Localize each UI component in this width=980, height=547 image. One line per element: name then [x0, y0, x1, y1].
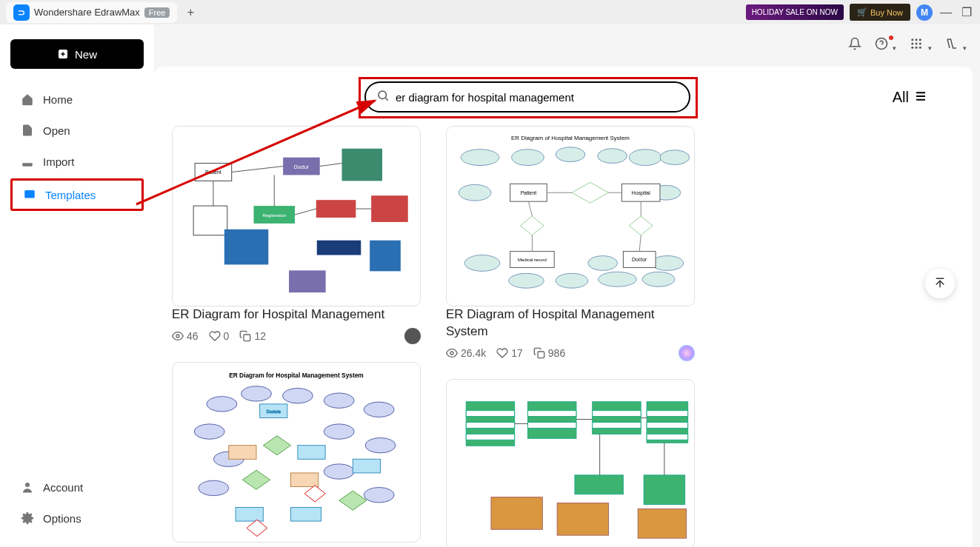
- filter-all[interactable]: All: [893, 89, 928, 106]
- svg-rect-55: [291, 507, 321, 521]
- svg-point-70: [660, 150, 690, 165]
- new-button[interactable]: New: [10, 39, 144, 69]
- views-count: 46: [172, 330, 199, 342]
- svg-marker-88: [572, 182, 609, 203]
- templates-panel: All Patient Doctor Registration: [154, 67, 973, 547]
- svg-point-66: [512, 150, 544, 166]
- svg-rect-60: [229, 446, 256, 460]
- svg-rect-111: [593, 422, 641, 428]
- appearance-icon[interactable]: ▾: [945, 37, 967, 53]
- svg-rect-110: [593, 411, 641, 417]
- cart-icon: 🛒: [857, 7, 867, 17]
- svg-point-42: [324, 393, 354, 408]
- sidebar-item-home[interactable]: Home: [10, 85, 144, 113]
- svg-point-41: [282, 388, 313, 403]
- titlebar: ⊃ Wondershare EdrawMax Free + HOLIDAY SA…: [0, 0, 980, 24]
- svg-point-5: [916, 43, 918, 45]
- app-tab[interactable]: ⊃ Wondershare EdrawMax Free: [6, 2, 177, 23]
- app-title: Wondershare EdrawMax: [34, 7, 140, 18]
- svg-text:Patient: Patient: [205, 170, 221, 175]
- template-card[interactable]: ER Diagram of Hospital Management System…: [446, 126, 695, 361]
- svg-point-44: [194, 424, 224, 439]
- svg-point-15: [379, 91, 387, 99]
- buy-now-button[interactable]: 🛒 Buy Now: [850, 4, 910, 21]
- copies-count: 986: [533, 347, 565, 359]
- diagram-preview: [447, 380, 694, 547]
- svg-rect-116: [557, 503, 608, 535]
- scroll-to-top-button[interactable]: [925, 269, 955, 298]
- svg-rect-28: [370, 241, 401, 272]
- svg-rect-98: [538, 352, 544, 358]
- holiday-sale-button[interactable]: HOLIDAY SALE ON NOW: [746, 4, 844, 20]
- svg-text:Medical record: Medical record: [518, 258, 547, 262]
- minimize-button[interactable]: —: [939, 5, 953, 20]
- sidebar-item-account[interactable]: Account: [10, 473, 144, 501]
- copies-count: 12: [239, 330, 266, 342]
- svg-point-69: [629, 150, 661, 166]
- top-toolbar: ▾ ▾ ▾: [848, 37, 967, 53]
- home-icon: [21, 93, 34, 106]
- svg-rect-112: [647, 411, 688, 417]
- svg-marker-62: [304, 486, 325, 502]
- sidebar-item-import[interactable]: Import: [10, 147, 144, 175]
- author-avatar[interactable]: [679, 345, 695, 361]
- svg-point-78: [588, 256, 618, 271]
- template-card[interactable]: Patient Doctor Registration: [172, 126, 421, 344]
- svg-rect-114: [647, 434, 688, 440]
- svg-text:ER Diagram for Hospital Manage: ER Diagram for Hospital Management Syste…: [229, 372, 364, 379]
- search-box[interactable]: [364, 81, 690, 113]
- sidebar-item-options[interactable]: Options: [10, 504, 144, 532]
- svg-text:Doctor: Doctor: [294, 164, 310, 170]
- svg-line-34: [295, 209, 316, 215]
- diagram-preview: Patient Doctor Registration: [173, 127, 420, 306]
- svg-text:Patient: Patient: [521, 190, 537, 195]
- diagram-preview: ER Diagram of Hospital Management System…: [447, 127, 694, 306]
- import-icon: [21, 155, 34, 168]
- svg-marker-58: [242, 470, 270, 489]
- svg-rect-24: [371, 195, 408, 222]
- notifications-icon[interactable]: [848, 37, 861, 53]
- sidebar-item-templates[interactable]: Templates: [10, 178, 144, 211]
- svg-point-48: [199, 480, 229, 495]
- diagram-preview: ER Diagram for Hospital Management Syste…: [173, 363, 420, 542]
- svg-marker-89: [521, 216, 544, 235]
- search-icon: [376, 89, 390, 105]
- svg-rect-29: [289, 270, 326, 292]
- svg-rect-108: [528, 411, 576, 417]
- new-tab-button[interactable]: +: [181, 4, 199, 21]
- card-title: ER Diagram for Hospital Management: [172, 306, 421, 323]
- svg-marker-59: [339, 491, 367, 510]
- svg-rect-101: [593, 402, 641, 434]
- author-avatar[interactable]: [404, 328, 421, 344]
- free-badge: Free: [144, 7, 170, 18]
- templates-icon: [23, 188, 36, 201]
- svg-rect-37: [244, 335, 250, 341]
- svg-point-50: [364, 487, 394, 502]
- sidebar-item-open[interactable]: Open: [10, 116, 144, 144]
- sidebar: New Home Open Import Templates Account O…: [0, 24, 154, 547]
- template-card[interactable]: [446, 379, 695, 547]
- template-card[interactable]: ER Diagram for Hospital Management Syste…: [172, 362, 421, 543]
- svg-point-76: [599, 272, 637, 286]
- svg-rect-52: [298, 446, 325, 460]
- svg-line-93: [528, 201, 532, 216]
- svg-line-31: [320, 164, 342, 167]
- svg-rect-106: [466, 422, 514, 428]
- svg-text:Registration: Registration: [262, 213, 286, 218]
- help-icon[interactable]: ▾: [875, 37, 896, 53]
- maximize-button[interactable]: ❐: [959, 5, 974, 20]
- svg-rect-23: [316, 200, 356, 218]
- svg-point-39: [207, 397, 237, 412]
- svg-point-40: [241, 386, 272, 401]
- svg-rect-27: [317, 241, 361, 255]
- avatar[interactable]: M: [916, 4, 933, 21]
- svg-rect-105: [466, 411, 514, 417]
- svg-point-8: [916, 47, 918, 49]
- svg-point-43: [364, 402, 394, 417]
- card-title: ER Diagram of Hospital Management System: [446, 306, 695, 340]
- svg-point-73: [464, 255, 500, 272]
- apps-icon[interactable]: ▾: [910, 37, 931, 53]
- svg-rect-103: [575, 475, 623, 494]
- svg-rect-53: [236, 507, 263, 521]
- search-input[interactable]: [396, 91, 679, 104]
